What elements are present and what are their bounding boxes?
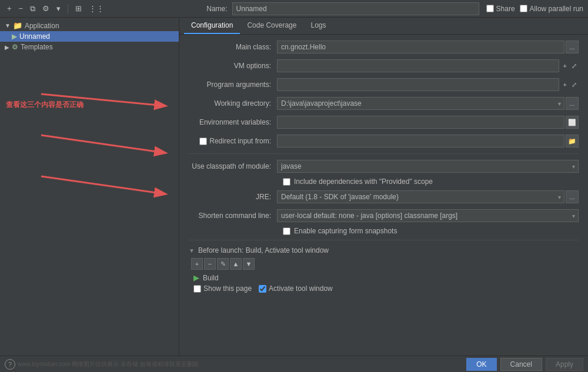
working-dir-input-group: ▾ ... (277, 97, 579, 110)
redirect-input-row: Redirect input from: 📁 (189, 133, 579, 149)
main-class-input-group: ... (277, 41, 579, 53)
before-launch-header: ▼ Before launch: Build, Activate tool wi… (189, 245, 579, 256)
vm-options-expand-btn[interactable]: + (562, 62, 569, 69)
redirect-input[interactable] (277, 135, 564, 148)
include-deps-row: Include dependencies with "Provided" sco… (189, 177, 579, 186)
launch-toolbar: + − ✎ ▲ ▼ (189, 258, 579, 270)
apply-button[interactable]: Apply (546, 358, 583, 371)
redirect-browse-btn[interactable]: 📁 (566, 135, 579, 148)
sort-btn[interactable]: ⋮⋮ (86, 3, 106, 14)
settings-btn[interactable]: ⚙ (40, 3, 52, 14)
shorten-cmd-select[interactable]: user-local default: none - java [options… (277, 209, 579, 222)
enable-snapshots-row: Enable capturing form snapshots (189, 227, 579, 235)
templates-arrow: ▶ (5, 44, 9, 51)
activate-window-label[interactable]: Activate tool window (259, 284, 333, 293)
tab-code-coverage[interactable]: Code Coverage (240, 18, 303, 34)
redirect-checkbox-group: Redirect input from: (189, 137, 277, 145)
folder-icon: 📁 (13, 21, 22, 30)
vm-options-actions: + ⤢ (562, 59, 579, 72)
vm-options-input-group: + ⤢ (277, 59, 579, 72)
remove-btn[interactable]: − (16, 3, 26, 14)
jre-select[interactable]: Default (1.8 - SDK of 'javase' module) (277, 190, 564, 203)
launch-up-btn[interactable]: ▲ (230, 258, 242, 270)
show-page-text: Show this page (203, 284, 252, 293)
before-launch-collapse-icon[interactable]: ▼ (189, 247, 195, 254)
activate-window-checkbox[interactable] (259, 285, 266, 293)
launch-remove-btn[interactable]: − (204, 258, 216, 270)
templates-tree-item[interactable]: ▶ ⚙ Templates (0, 42, 179, 52)
unnamed-tree-item[interactable]: ▶ Unnamed (0, 31, 179, 42)
annotation-text: 查看这三个内容是否正确 (6, 100, 83, 110)
copy-btn[interactable]: ⧉ (28, 3, 38, 15)
program-args-expand-btn[interactable]: + (562, 81, 569, 88)
parallel-checkbox-label[interactable]: Allow parallel run (520, 5, 583, 13)
unnamed-label: Unnamed (19, 32, 50, 41)
main-class-label: Main class: (189, 43, 277, 51)
jre-select-wrapper: Default (1.8 - SDK of 'javase' module) (277, 190, 564, 203)
name-input[interactable] (232, 2, 479, 15)
program-args-actions: + ⤢ (562, 78, 579, 91)
tabs-bar: Configuration Code Coverage Logs (179, 18, 588, 35)
launch-down-btn[interactable]: ▼ (243, 258, 255, 270)
right-panel: Configuration Code Coverage Logs Main cl… (179, 18, 588, 356)
program-args-input[interactable] (277, 78, 559, 91)
classpath-select-wrapper: javase (277, 160, 579, 173)
parallel-checkbox[interactable] (520, 5, 527, 12)
include-deps-checkbox[interactable] (283, 178, 290, 186)
vm-options-input[interactable] (277, 59, 559, 72)
enable-snapshots-checkbox[interactable] (283, 227, 290, 235)
separator (68, 4, 68, 14)
program-args-input-group: + ⤢ (277, 78, 579, 91)
working-dir-browse-btn[interactable]: ... (566, 97, 579, 110)
launch-add-btn[interactable]: + (191, 258, 203, 270)
show-activate-row: Show this page Activate tool window (189, 283, 579, 294)
shorten-cmd-label: Shorten command line: (189, 212, 277, 220)
before-launch-title: Before launch: Build, Activate tool wind… (198, 246, 329, 254)
application-tree-item[interactable]: ▼ 📁 Application (0, 20, 179, 31)
share-section: Share Allow parallel run (486, 5, 583, 13)
cancel-button[interactable]: Cancel (500, 358, 542, 371)
arrow-btn[interactable]: ▾ (54, 3, 63, 14)
jre-row: JRE: Default (1.8 - SDK of 'javase' modu… (189, 189, 579, 205)
share-checkbox-label[interactable]: Share (486, 5, 515, 13)
build-launch-item[interactable]: ▶ Build (189, 272, 579, 283)
activate-window-text: Activate tool window (269, 284, 333, 293)
form-area: Main class: ... VM options: + ⤢ (179, 35, 588, 356)
redirect-checkbox[interactable] (199, 138, 207, 145)
left-panel: ▼ 📁 Application ▶ Unnamed ▶ ⚙ Templates … (0, 18, 179, 356)
env-vars-label: Environment variables: (189, 118, 277, 126)
program-args-label: Program arguments: (189, 81, 277, 89)
jre-label: JRE: (189, 193, 277, 201)
vm-options-row: VM options: + ⤢ (189, 58, 579, 73)
templates-label: Templates (21, 43, 53, 51)
tab-logs[interactable]: Logs (303, 18, 333, 34)
main-class-browse-btn[interactable]: ... (566, 41, 579, 53)
watermark-text: www.toymoban.com 网络图片仅供展示 非存储 如有侵权请联系至删除 (18, 360, 199, 368)
enable-snapshots-label: Enable capturing form snapshots (294, 227, 397, 235)
ok-button[interactable]: OK (466, 358, 496, 371)
name-label: Name: (206, 5, 227, 13)
add-btn[interactable]: + (5, 3, 14, 14)
help-btn[interactable]: ? (5, 359, 15, 370)
main-class-input[interactable] (277, 41, 564, 53)
vm-options-fullscreen-btn[interactable]: ⤢ (570, 62, 579, 70)
show-page-label[interactable]: Show this page (193, 284, 252, 293)
program-args-fullscreen-btn[interactable]: ⤢ (570, 81, 579, 89)
parallel-label: Allow parallel run (530, 5, 583, 13)
working-dir-input[interactable] (277, 97, 564, 110)
env-vars-input[interactable] (277, 116, 564, 129)
filter-btn[interactable]: ⊞ (73, 3, 84, 14)
bottom-right: OK Cancel Apply (466, 358, 583, 371)
redirect-label: Redirect input from: (209, 137, 271, 145)
show-page-checkbox[interactable] (193, 285, 201, 293)
jre-browse-btn[interactable]: ... (566, 190, 579, 203)
working-dir-label: Working directory: (189, 99, 277, 108)
classpath-select[interactable]: javase (277, 160, 579, 173)
separator-2 (189, 240, 579, 240)
share-checkbox[interactable] (486, 5, 494, 12)
application-label: Application (25, 22, 59, 30)
launch-edit-btn[interactable]: ✎ (217, 258, 229, 270)
tab-configuration[interactable]: Configuration (184, 18, 240, 34)
env-vars-browse-btn[interactable]: ⬜ (566, 116, 579, 129)
collapse-arrow: ▼ (5, 22, 11, 29)
